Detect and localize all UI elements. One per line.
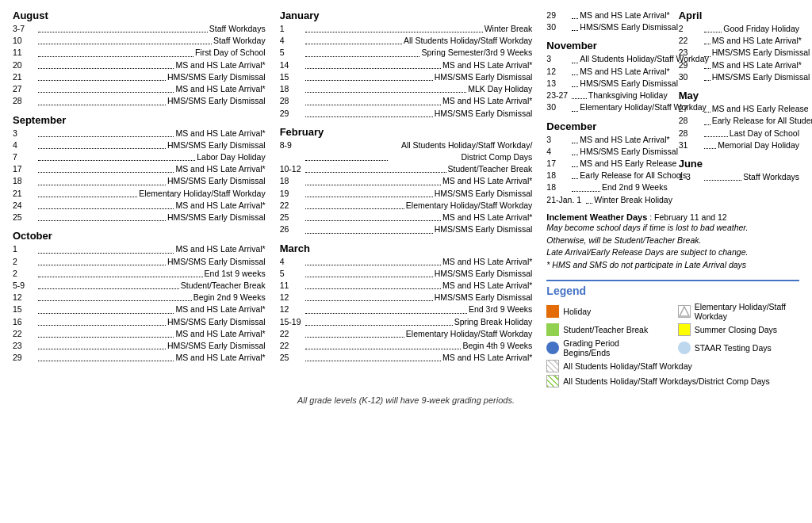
- legend-item-holiday: Holiday: [546, 302, 668, 321]
- month-december: December: [546, 120, 667, 132]
- inclement-dates: : February 11 and 12: [649, 212, 726, 222]
- event-line: 5-9Student/Teacher Break: [13, 280, 266, 292]
- legend-label-all-students-district: All Students Holiday/Staff Workdays/Dist…: [563, 376, 769, 386]
- legend-item-summer: Summer Closing Days: [678, 323, 799, 336]
- all-students-holiday-icon: [546, 360, 559, 372]
- legend-item-staar: STAAR Testing Days: [678, 338, 799, 357]
- calendar-grid: August 3-7Staff Workdays 10Staff Workday…: [13, 10, 799, 387]
- event-line: 5Spring Semester/3rd 9 Weeks: [280, 47, 533, 59]
- legend-section: Legend Holiday Elementary Holiday/Staff …: [546, 280, 799, 387]
- month-january: January: [280, 10, 533, 21]
- summer-icon: [678, 323, 691, 336]
- event-line: 4HMS/SMS Early Dismissal: [546, 146, 667, 158]
- month-february: February: [280, 126, 533, 138]
- event-line: 13HMS/SMS Early Dismissal: [546, 78, 667, 90]
- event-line: 1Winter Break: [280, 23, 533, 35]
- all-grades-note: All grade levels (K-12) will have 9-week…: [13, 395, 799, 405]
- event-line: 2Good Friday Holiday: [679, 23, 799, 35]
- event-line: 17MS and HS Late Arrival*: [13, 163, 266, 175]
- event-line: 26HMS/SMS Early Dismissal: [280, 223, 533, 235]
- event-line: 15MS and HS Late Arrival*: [13, 303, 266, 315]
- event-line: 12HMS/SMS Early Dismissal: [280, 292, 533, 303]
- event-line: 24MS and HS Late Arrival*: [13, 200, 266, 212]
- event-line: 3MS and HS Late Arrival*: [13, 128, 266, 139]
- event-line: 25MS and HS Late Arrival*: [280, 212, 533, 223]
- event-line: 18Early Release for All Schools: [546, 170, 667, 181]
- event-line: 5HMS/SMS Early Dismissal: [280, 268, 533, 280]
- event-line: 18MS and HS Late Arrival*: [280, 175, 533, 187]
- grading-icon: [546, 342, 559, 354]
- event-line: 20MS and HS Late Arrival*: [13, 59, 266, 71]
- inclement-body: May become school days if time is lost t…: [546, 222, 799, 272]
- inclement-line1: May become school days if time is lost t…: [546, 222, 799, 235]
- event-line: 8-9All Students Holiday/Staff Workday/ D…: [280, 139, 533, 163]
- event-line: 11MS and HS Late Arrival*: [280, 280, 533, 292]
- event-line: 2End 1st 9 weeks: [13, 268, 266, 280]
- inclement-weather-section: Inclement Weather Days : February 11 and…: [546, 212, 799, 272]
- event-line: 21-Jan. 1Winter Break Holiday: [546, 194, 667, 206]
- event-line: 10Staff Workday: [13, 35, 266, 47]
- legend-item-elementary: Elementary Holiday/Staff Workday: [678, 302, 799, 321]
- event-line: 18End 2nd 9 Weeks: [546, 181, 667, 193]
- event-line: 4All Students Holiday/Staff Workday: [280, 35, 533, 47]
- month-june: June: [679, 158, 799, 170]
- month-september: September: [13, 114, 266, 126]
- event-line: 16HMS/SMS Early Dismissal: [13, 316, 266, 328]
- col-3-right: April 2Good Friday Holiday 22MS and HS L…: [679, 10, 799, 206]
- legend-grid: Holiday Elementary Holiday/Staff Workday…: [546, 302, 799, 387]
- event-line: 29HMS/SMS Early Dismissal: [280, 108, 533, 120]
- event-line: 23-27Thanksgiving Holiday: [546, 90, 667, 101]
- event-line: 31Memorial Day Holiday: [679, 139, 799, 151]
- event-line: 30HMS/SMS Early Dismissal: [546, 21, 667, 33]
- month-april: April: [679, 10, 799, 21]
- col-3-left: 29MS and HS Late Arrival* 30HMS/SMS Earl…: [546, 10, 667, 206]
- footer-note-text: All grade levels (K-12) will have 9-week…: [297, 395, 515, 405]
- legend-label-elementary: Elementary Holiday/Staff Workday: [695, 302, 799, 321]
- event-line: 15-19Spring Break Holiday: [280, 316, 533, 328]
- event-line: 30Elementary Holiday/Staff Workday: [546, 101, 667, 113]
- legend-item-grading: Grading Period Begins/Ends: [546, 338, 668, 357]
- event-line: 1MS and HS Late Arrival*: [13, 243, 266, 255]
- event-line: 22MS and HS Late Arrival*: [679, 35, 799, 47]
- event-line: 12End 3rd 9 Weeks: [280, 303, 533, 315]
- legend-item-all-students-district: All Students Holiday/Staff Workdays/Dist…: [546, 375, 799, 387]
- event-line: 27MS and HS Late Arrival*: [13, 83, 266, 95]
- event-line: 22Begin 4th 9 Weeks: [280, 340, 533, 352]
- inclement-title: Inclement Weather Days: [546, 212, 647, 222]
- inclement-line4: * HMS and SMS do not participate in Late…: [546, 259, 799, 272]
- month-march: March: [280, 242, 533, 254]
- event-line: 29MS and HS Late Arrival*: [546, 10, 667, 21]
- event-line: 25MS and HS Late Arrival*: [280, 352, 533, 364]
- event-line: 22MS and HS Late Arrival*: [13, 328, 266, 340]
- event-line: 18MLK Day Holiday: [280, 83, 533, 95]
- legend-label-staar: STAAR Testing Days: [695, 343, 772, 353]
- event-line: 19HMS/SMS Early Dismissal: [280, 188, 533, 200]
- event-line: 12Begin 2nd 9 Weeks: [13, 292, 266, 303]
- col-1: August 3-7Staff Workdays 10Staff Workday…: [13, 10, 266, 387]
- event-line: 3MS and HS Late Arrival*: [546, 134, 667, 146]
- event-line: 28MS and HS Late Arrival*: [280, 95, 533, 107]
- legend-label-holiday: Holiday: [563, 307, 591, 316]
- event-line: 14MS and HS Late Arrival*: [280, 59, 533, 71]
- event-line: 11First Day of School: [13, 47, 266, 59]
- event-line: 30HMS/SMS Early Dismissal: [679, 71, 799, 83]
- inclement-line3: Late Arrival/Early Release Days are subj…: [546, 246, 799, 259]
- svg-marker-0: [680, 307, 689, 316]
- legend-item-all-students: All Students Holiday/Staff Workday: [546, 360, 799, 372]
- staar-icon: [678, 342, 691, 354]
- event-line: 22Elementary Holiday/Staff Workday: [280, 200, 533, 212]
- event-line: 28HMS/SMS Early Dismissal: [13, 95, 266, 107]
- col-2: January 1Winter Break 4All Students Holi…: [280, 10, 533, 387]
- all-students-district-icon: [546, 375, 559, 387]
- event-line: 27MS and HS Early Release: [679, 103, 799, 115]
- inclement-line2: Otherwise, will be Student/Teacher Break…: [546, 235, 799, 247]
- legend-label-all-students: All Students Holiday/Staff Workday: [563, 361, 691, 371]
- legend-title: Legend: [546, 284, 799, 297]
- elementary-holiday-icon: [678, 305, 691, 318]
- event-line: 25HMS/SMS Early Dismissal: [13, 212, 266, 223]
- holiday-icon: [546, 305, 559, 318]
- event-line: 17MS and HS Early Release: [546, 158, 667, 170]
- event-line: 21HMS/SMS Early Dismissal: [13, 71, 266, 83]
- event-line: 2HMS/SMS Early Dismissal: [13, 256, 266, 268]
- event-line: 29MS and HS Late Arrival*: [13, 352, 266, 364]
